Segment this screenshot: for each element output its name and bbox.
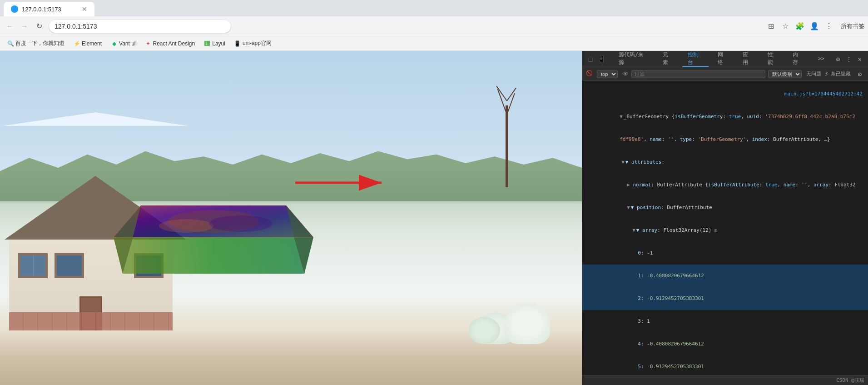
brick-wall	[9, 312, 173, 330]
devtools-settings-icon[interactable]: ⚙	[833, 55, 843, 64]
arr-2: 2: -0.9129452705383301	[582, 287, 868, 310]
baidu-icon: 🔍	[7, 40, 14, 47]
uniapp-icon: 📱	[234, 40, 241, 47]
profile-icon[interactable]: 👤	[808, 20, 821, 33]
tree-branches	[500, 96, 514, 133]
devtools-device-icon[interactable]: 📱	[597, 55, 606, 64]
tab-performance[interactable]: 性能	[762, 51, 784, 67]
issues-label: 无问题	[806, 70, 821, 77]
level-selector[interactable]: 默认级别	[768, 70, 802, 78]
extension-icon[interactable]: 🧩	[794, 20, 806, 33]
main-content-area: ⬚ 📱 源代码/来源 元素 控制台 网络 应用 性能 内存 >> ⚙ ⋮ ✕	[0, 51, 868, 385]
hidden-count: 3 条已隐藏	[825, 70, 851, 77]
bookmark-react-ant[interactable]: ✦ React Ant Design	[141, 38, 199, 49]
tab-network[interactable]: 网络	[712, 51, 734, 67]
bookmark-vantui-label: Vant ui	[119, 40, 135, 47]
array-line: ▼ array: Float32Array(12) ⊞	[582, 219, 868, 242]
devtools-actions: ⚙ ⋮ ✕	[833, 55, 864, 64]
browser-tab[interactable]: 🌐 127.0.0.1:5173 ✕	[4, 2, 94, 16]
source-link[interactable]: main.js?t=1704445402712:42	[784, 91, 863, 97]
tab-memory[interactable]: 内存	[787, 51, 808, 67]
red-arrow-indicator	[291, 168, 395, 200]
toolbar-icons: ⊞ ☆ 🧩 👤 ⋮ 所有书签	[764, 20, 864, 33]
tab-favicon: 🌐	[11, 5, 18, 13]
tab-elements[interactable]: 元素	[657, 51, 679, 67]
svg-point-6	[159, 219, 213, 233]
bookmark-element[interactable]: ⚡ Element	[70, 38, 105, 49]
reload-button[interactable]: ↻	[33, 20, 45, 33]
vantui-icon: ◆	[111, 40, 117, 47]
tab-close-button[interactable]: ✕	[82, 5, 87, 13]
bookmark-uniapp[interactable]: 📱 uni-app官网	[231, 38, 275, 49]
devtools-close-icon[interactable]: ✕	[855, 55, 864, 64]
arr-0: 0: -1	[582, 242, 868, 265]
forward-button[interactable]: →	[18, 20, 31, 33]
bookmark-baidu[interactable]: 🔍 百度一下，你就知道	[4, 38, 68, 49]
bookmark-react-ant-label: React Ant Design	[153, 40, 195, 47]
bookmark-baidu-label: 百度一下，你就知道	[15, 40, 64, 47]
bookmark-vantui[interactable]: ◆ Vant ui	[107, 38, 139, 49]
expand-attributes[interactable]	[621, 159, 625, 165]
devtools-overflow-icon[interactable]: ⋮	[844, 55, 853, 64]
bush2	[505, 303, 550, 344]
expand-buffer-geometry[interactable]	[620, 114, 623, 120]
bookmarks-bar: 🔍 百度一下，你就知道 ⚡ Element ◆ Vant ui ✦ React …	[0, 36, 868, 51]
back-button[interactable]: ←	[4, 20, 16, 33]
devtools-filter-bar: 🚫 top 👁 默认级别 无问题 3 条已隐藏 ⚙	[582, 67, 868, 81]
devtools-inspect-icon[interactable]: ⬚	[586, 55, 595, 64]
tab-title: 127.0.0.1:5173	[22, 6, 61, 13]
bookmark-layui[interactable]: 🅻 Layui	[200, 38, 229, 49]
bookmark-uniapp-label: uni-app官网	[243, 40, 272, 47]
translate-icon[interactable]: ⊞	[764, 20, 777, 33]
element-icon: ⚡	[74, 40, 80, 47]
address-bar: ← → ↻ ⊞ ☆ 🧩 👤 ⋮ 所有书签	[0, 16, 868, 36]
trapezoid-3d-shape	[104, 192, 322, 278]
bookmark-star-icon[interactable]: ☆	[779, 20, 792, 33]
attribution-text: CSDN @联瑞	[836, 377, 864, 384]
window-divider	[33, 255, 34, 276]
arr-1: 1: -0.4080820679664612	[582, 265, 868, 287]
bookmark-layui-label: Layui	[212, 40, 225, 47]
source-link-line: main.js?t=1704445402712:42	[582, 83, 868, 105]
all-bookmarks-label[interactable]: 所有书签	[841, 22, 864, 30]
address-input[interactable]	[49, 20, 231, 33]
winter-scene	[0, 51, 582, 385]
block-icon[interactable]: 🚫	[586, 70, 594, 78]
normal-line: ▶ normal: BufferAttribute {isBufferAttri…	[582, 174, 868, 196]
svg-point-7	[209, 215, 273, 232]
devtools-toolbar: ⬚ 📱 源代码/来源 元素 控制台 网络 应用 性能 内存 >> ⚙ ⋮ ✕	[582, 51, 868, 67]
snow-bushes	[468, 290, 559, 344]
devtools-icons: ⬚ 📱	[586, 55, 606, 64]
devtools-console-content[interactable]: main.js?t=1704445402712:42 _BufferGeomet…	[582, 81, 868, 375]
svg-marker-1	[114, 237, 313, 274]
layui-icon: 🅻	[204, 40, 210, 47]
expand-array[interactable]	[632, 227, 635, 233]
arr-5: 5: -0.9129452705383301	[582, 355, 868, 375]
buffer-geometry-header: _BufferGeometry {isBufferGeometry: true,…	[582, 105, 868, 128]
devtools-status-bar: CSDN @联瑞	[582, 375, 868, 385]
tab-sources[interactable]: 源代码/来源	[613, 51, 654, 67]
tab-bar: 🌐 127.0.0.1:5173 ✕	[0, 0, 868, 16]
roof-snow	[2, 112, 188, 126]
filter-input[interactable]	[631, 70, 765, 78]
attributes-line: ▼ attributes:	[582, 151, 868, 174]
arr-4: 4: -0.4080820679664612	[582, 333, 868, 355]
bookmark-element-label: Element	[82, 40, 102, 47]
webpage-content	[0, 51, 582, 385]
browser-frame: 🌐 127.0.0.1:5173 ✕ ← → ↻ ⊞ ☆ 🧩 👤 ⋮ 所有书签 …	[0, 0, 868, 385]
bare-tree	[500, 74, 514, 187]
window-left	[18, 253, 48, 278]
expand-position[interactable]	[627, 205, 630, 210]
tab-console[interactable]: 控制台	[682, 51, 709, 67]
eye-icon[interactable]: 👁	[622, 70, 629, 78]
tab-application[interactable]: 应用	[737, 51, 759, 67]
react-ant-icon: ✦	[145, 40, 151, 47]
buffer-geometry-header-cont: fdf99e8', name: '', type: 'BufferGeometr…	[582, 128, 868, 151]
devtools-panel: ⬚ 📱 源代码/来源 元素 控制台 网络 应用 性能 内存 >> ⚙ ⋮ ✕	[582, 51, 868, 385]
filter-settings-icon[interactable]: ⚙	[855, 70, 864, 79]
menu-icon[interactable]: ⋮	[823, 20, 835, 33]
bush3	[468, 317, 500, 344]
context-selector[interactable]: top	[597, 70, 618, 78]
tab-more[interactable]: >>	[813, 51, 830, 67]
position-line: ▼ position: BufferAttribute	[582, 196, 868, 219]
